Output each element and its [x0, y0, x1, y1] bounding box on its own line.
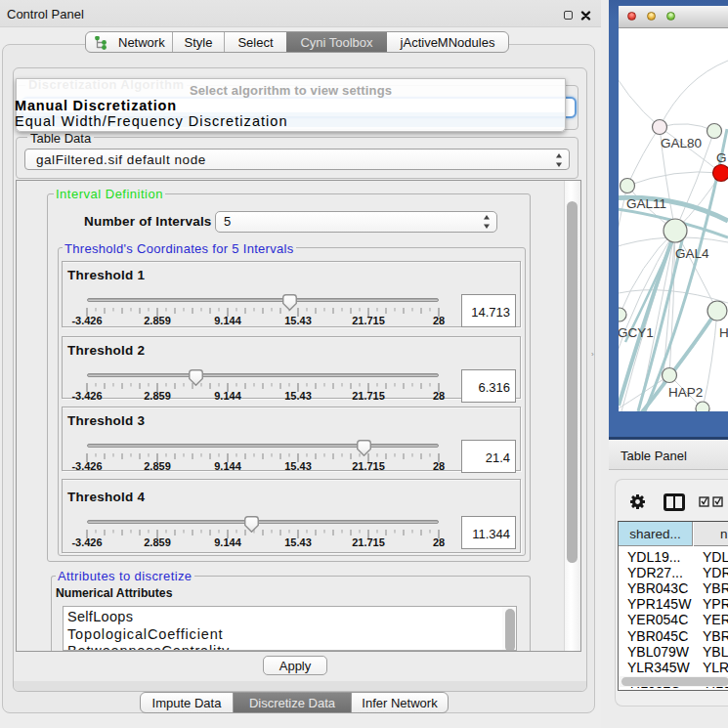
svg-text:H: H: [719, 325, 728, 340]
svg-text:GAL80: GAL80: [661, 136, 702, 150]
svg-text:GAL4: GAL4: [675, 246, 709, 261]
svg-text:GAL11: GAL11: [626, 196, 666, 211]
svg-text:HAP2: HAP2: [668, 385, 703, 400]
svg-text:G: G: [716, 150, 727, 165]
svg-text:GCY1: GCY1: [619, 325, 654, 340]
